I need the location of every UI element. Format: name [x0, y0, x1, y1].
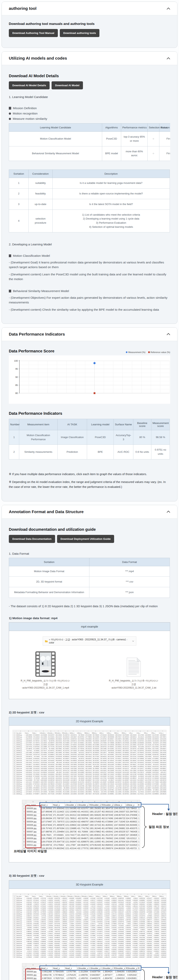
breadcrumb-segment[interactable]: 고급 — [65, 638, 70, 641]
sheet-cell: 450.5024971 — [62, 773, 70, 775]
download-deployment-guide-button[interactable]: Download Deployment Utilization Guide — [57, 535, 114, 543]
sheet-cell: 1114.229635 — [114, 759, 122, 762]
sheet-header-cell: img_name — [26, 967, 40, 970]
table-cell: Is there a reliable open-source implemen… — [53, 188, 170, 199]
data-point-reference[interactable] — [94, 392, 96, 394]
sheet-cell: 1198.618746 — [129, 791, 137, 793]
sheet-cell: 451.3342445 — [101, 840, 113, 843]
chevron-up-icon[interactable] — [167, 511, 170, 513]
sheet-cell: 0.76361853 — [32, 923, 39, 925]
column-letter: Q — [131, 893, 138, 895]
row-number: 21 — [13, 934, 16, 937]
file-explorer-breadcrumb[interactable]: « 아난타사나 › 고급 › actorY063 › 20220923_11.3… — [43, 636, 136, 646]
sheet-cell: -1.1007426 — [103, 942, 110, 944]
sheet-cell: 606.935933 — [107, 752, 114, 754]
sheet-header-cell: LWrist_x — [131, 895, 138, 897]
sheet-cell: 0.8753317 — [159, 911, 166, 913]
sheet-cell: -1.1475169 — [88, 909, 96, 911]
sheet-cell: 1081.362445 — [89, 827, 101, 830]
table-row[interactable]: 1Motion Classification PerformanceImage … — [9, 430, 170, 445]
sheet-header-cell: LElbow_y — [77, 732, 85, 734]
sheet-cell: 531.6355028 — [77, 787, 85, 789]
sheet-cell: -1.1410599 — [46, 940, 53, 942]
sheet-cell: 0.93157659 — [74, 948, 82, 950]
sheet-cell: 0.92268606 — [74, 907, 82, 909]
txt-file[interactable]: R_H_P90_keypoints_요가-가산-B--아난타사나-고급-acto… — [101, 657, 166, 689]
breadcrumb-segment[interactable]: camera1 — [117, 638, 126, 641]
sheet-cell: 452.5174396 — [101, 817, 113, 820]
breadcrumb-segment[interactable]: 20220923_11.34.37_가산B — [85, 638, 115, 641]
sheet-cell: -1.087961 — [131, 901, 138, 903]
sheet-cell: 0.9213243 — [74, 911, 82, 913]
sheet-cell: -1.105771 — [67, 937, 74, 939]
download-authoring-tool-manual-button[interactable]: Download Authoring Tool Manual — [9, 29, 58, 37]
sheet-cell: 1211.941513 — [64, 813, 77, 817]
column-letter: C — [32, 730, 40, 732]
sheet-cell: 1231.879198 — [70, 783, 77, 785]
sheet-cell: -1.0506509 — [110, 907, 117, 909]
sheet-cell: -1.0443278 — [131, 931, 138, 932]
sheet-cell: 1136.757433 — [25, 746, 32, 748]
sheet-cell: 0.44249552 — [96, 913, 102, 915]
column-letter: T — [159, 730, 166, 732]
sheet-cell: -1.3834424 — [60, 897, 67, 899]
sheet-cell: 0.45489908 — [138, 939, 145, 940]
sheet-cell: -1.0946355 — [67, 897, 74, 899]
sheet-cell: 000021.jpg — [16, 775, 25, 777]
sheet-cell: 1087.324847 — [85, 764, 92, 765]
chevron-up-icon[interactable] — [167, 57, 170, 59]
row-number: 3 — [22, 810, 26, 813]
data-point-measurement[interactable] — [94, 362, 96, 364]
sheet-cell: 000000.jpg — [26, 807, 40, 810]
sheet-cell: 0.54769145 — [53, 907, 60, 909]
sheet-cell: 0.46767493 — [138, 944, 145, 946]
download-ai-model-button[interactable]: Download AI Model — [51, 81, 83, 89]
sheet-cell: 1246.925229 — [113, 830, 125, 834]
sheet-cell: 432.553766 — [47, 740, 55, 742]
chevron-up-icon[interactable] — [167, 8, 170, 10]
row-number: 7 — [13, 744, 16, 746]
sheet-cell: 1136.757433 — [40, 827, 52, 830]
sheet-cell: 0.75746413 — [32, 899, 39, 901]
sheet-cell: 608.2112609 — [107, 764, 114, 765]
download-data-documentation-button[interactable]: Download Data Documentation — [9, 535, 55, 543]
sheet-cell: -1.0535213 — [124, 913, 131, 915]
download-authoring-tools-button[interactable]: Download authoring tools — [60, 29, 99, 37]
sheet-cell: -0.9553512 — [152, 937, 159, 939]
breadcrumb-segment[interactable]: 아난타사나 — [51, 638, 63, 641]
performance-chart: 80859095100 — [9, 355, 170, 404]
sheet-cell: 378.0809504 — [32, 787, 40, 789]
column-letter: I — [125, 963, 137, 967]
sheet-cell: -1.0524083 — [131, 929, 138, 931]
sheet-cell: 0.54701816 — [53, 929, 60, 931]
sheet-cell: -1.1037872 — [103, 919, 110, 921]
sheet-cell: 451.0090043 — [62, 785, 70, 787]
sheet-cell: 0.4909744 — [96, 952, 102, 954]
sheet-cell: 1081.859031 — [55, 750, 62, 752]
sheet-cell: 615.013289 — [137, 746, 144, 748]
sheet-cell: -0.8760221 — [145, 909, 152, 911]
sheet-cell: 434.7471282 — [47, 793, 55, 795]
sheet-cell: 000000.jpg — [26, 970, 40, 973]
sheet-header-cell: RShoulder_x — [67, 895, 74, 897]
table-row[interactable]: 2Similarity measurementsPredictionBPEAUC… — [9, 445, 170, 460]
legend-circle-icon — [126, 352, 128, 353]
breadcrumb-segment[interactable]: actorY063 — [72, 638, 83, 641]
sheet-cell: -1.0125901 — [131, 956, 138, 958]
breadcrumb-segment[interactable]: color — [49, 641, 54, 644]
sheet-cell: 0.44708884 — [138, 934, 145, 937]
sheet-cell: 0.8511632 — [159, 956, 166, 958]
mp4-file[interactable]: R_H_P90_keypoints_요가-가산-B--아난타사나-고급-acto… — [13, 651, 78, 689]
chevron-up-icon[interactable] — [167, 333, 170, 335]
sheet-cell: 0.9343594 — [117, 903, 124, 905]
download-ai-model-details-button[interactable]: Download AI Model Details — [9, 81, 50, 89]
sheet-header-cell: LWrist_x — [99, 732, 107, 734]
sheet-cell: 372.656681 — [52, 834, 64, 837]
chevron-down-icon[interactable] — [132, 640, 134, 643]
row-number: 29 — [13, 787, 16, 789]
sheet-cell: 0.54287794 — [53, 897, 60, 899]
sheet-cell: 1114.169684 — [114, 777, 122, 779]
sheet-cell: 0.76257116 — [52, 977, 64, 980]
sheet-cell: -1.0598227 — [124, 946, 131, 948]
sheet-cell: -0.9896844 — [152, 903, 159, 905]
